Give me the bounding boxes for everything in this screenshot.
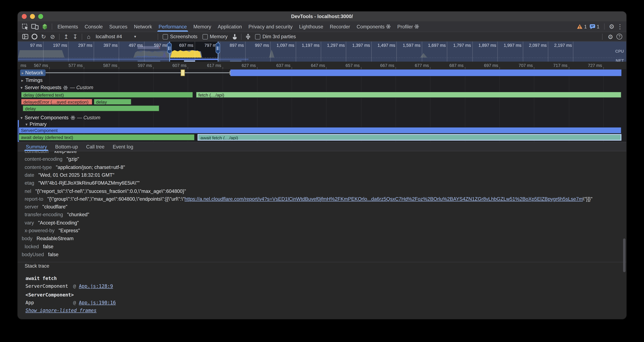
close-button[interactable] [22, 14, 26, 19]
overview-gridline [548, 42, 548, 62]
tab-application[interactable]: Application [214, 22, 245, 32]
ruler-tick-label: 607 ms [163, 63, 186, 68]
reload-record-icon[interactable]: ↻ [39, 33, 48, 41]
screenshots-checkbox[interactable] [162, 34, 168, 39]
scrollbar-thumb[interactable] [623, 238, 626, 272]
overview-tick-label: 1,797 ms [448, 43, 471, 48]
screenshots-label: Screenshots [170, 34, 198, 40]
track-timings[interactable]: ▸ Timings [22, 77, 43, 83]
inspect-icon[interactable] [20, 22, 30, 31]
tab-elements[interactable]: Elements [54, 22, 81, 32]
ruler-tick-mark [257, 67, 258, 69]
tab-summary[interactable]: Summary [22, 142, 51, 151]
group-primary[interactable]: ▾ Primary [26, 121, 46, 127]
overview-gridline [396, 42, 397, 62]
screenshots-toggle[interactable]: Screenshots [162, 34, 198, 40]
event-bar-selected-await-fetch-api-[interactable]: await fetch (…/api) [198, 134, 622, 141]
collapse-tracks-icon[interactable] [244, 33, 252, 41]
network-request-marker[interactable] [181, 70, 185, 76]
settings-gear-icon[interactable]: ⚙ [609, 24, 614, 30]
tab-recorder[interactable]: Recorder [326, 22, 353, 32]
tab-network[interactable]: Network [130, 22, 155, 32]
network-request-bar[interactable] [230, 70, 621, 76]
divider [82, 34, 82, 40]
memory-toggle[interactable]: Memory [202, 34, 228, 40]
timeline-overview[interactable]: 97 ms197 ms297 ms397 ms497 ms597 ms697 m… [18, 42, 626, 62]
react-atom-icon [64, 85, 68, 90]
event-bar-await-delay-deferred-text-[interactable]: await delay (deferred text) [18, 134, 195, 141]
kebab-menu-icon[interactable]: ⋮ [617, 24, 623, 30]
overview-tick-label: 1,497 ms [372, 43, 395, 48]
memory-checkbox[interactable] [202, 34, 208, 39]
track-server-components[interactable]: ▾ Server Components — Custom [20, 115, 100, 120]
overview-gridline [194, 42, 195, 62]
garbage-collect-icon[interactable] [230, 33, 239, 41]
tab-profiler[interactable]: Profiler [394, 22, 422, 32]
message-icon [589, 24, 596, 29]
record-button[interactable] [30, 33, 39, 41]
panel-tabs: ElementsConsoleSourcesNetworkPerformance… [54, 22, 422, 32]
property-row-etag: etag"W/\"4b1-RjEJloX9kRinu6F0MAZMmy6E5iA… [25, 179, 140, 187]
save-profile-icon[interactable]: ↧ [71, 33, 80, 41]
selection-handle-right[interactable] [216, 43, 220, 54]
device-toolbar-icon[interactable] [30, 22, 40, 31]
capture-settings-gear-icon[interactable]: ⚙ [608, 34, 613, 40]
event-bar-fetch-api-[interactable]: fetch (…/api) [196, 92, 621, 98]
history-select[interactable]: localhost #4 ▼ [93, 34, 156, 40]
overview-gridline [119, 42, 119, 62]
ruler-tick-label: 597 ms [128, 63, 152, 68]
tab-memory[interactable]: Memory [190, 22, 214, 32]
tab-bottom-up[interactable]: Bottom-up [51, 142, 82, 151]
ruler-tick-mark [326, 67, 327, 69]
tab-console[interactable]: Console [81, 22, 106, 32]
property-value: "application/json; charset=utf-8" [56, 164, 125, 170]
property-row-transfer-encoding: transfer-encoding"chunked" [25, 211, 89, 219]
warnings-badge[interactable]: 1 [577, 24, 587, 29]
dim-3rd-parties-toggle[interactable]: Dim 3rd parties [255, 34, 296, 40]
tab-privacy-and-security[interactable]: Privacy and security [245, 22, 296, 32]
tab-components[interactable]: Components [354, 22, 394, 32]
property-key: x-powered-by [25, 228, 54, 233]
overview-gridline [43, 42, 44, 62]
overview-gridline [296, 42, 296, 62]
report-to-link[interactable]: https://a.nel.cloudflare.com/report/v4?s… [184, 196, 583, 202]
show-ignore-listed-link[interactable]: Show ignore-listed frames [26, 307, 97, 313]
timeline-ruler[interactable]: ms 567 ms577 ms587 ms597 ms607 ms617 ms6… [18, 62, 626, 70]
home-icon[interactable]: ⌂ [84, 33, 93, 41]
event-bar-delay[interactable]: delay [23, 105, 160, 112]
overview-gridline [422, 42, 422, 62]
zoom-button[interactable] [38, 14, 43, 19]
clear-icon[interactable]: ⊘ [48, 33, 57, 41]
event-bar-delay-deferred-text-[interactable]: delay (deferred text) [21, 92, 193, 98]
dim-3rd-parties-checkbox[interactable] [255, 34, 260, 39]
tab-event-log[interactable]: Event log [108, 142, 138, 151]
source-location-link[interactable]: App.js:190:16 [79, 300, 116, 305]
source-location-link[interactable]: App.js:128:9 [79, 283, 113, 289]
tab-performance[interactable]: Performance [155, 22, 190, 32]
event-bar-delay[interactable]: delay [94, 99, 131, 105]
selection-handle-left[interactable] [167, 43, 172, 54]
tab-lighthouse[interactable]: Lighthouse [296, 22, 326, 32]
stack-frame: ServerComponent@App.js:128:9 [26, 283, 68, 289]
property-row-bodyused: bodyUsedfalse [22, 251, 58, 258]
stack-frame: <ServerComponent> [26, 292, 74, 297]
summary-details[interactable]: connection"keep-alive"content-encoding"g… [18, 151, 626, 262]
overview-tick-label: 1,997 ms [498, 43, 521, 48]
toggle-sidebar-icon[interactable] [21, 33, 30, 41]
load-profile-icon[interactable]: ↥ [62, 33, 71, 41]
tab-sources[interactable]: Sources [106, 22, 131, 32]
overview-tick-label: 2,197 ms [549, 43, 572, 48]
extension-icon[interactable] [40, 22, 50, 31]
track-server-requests[interactable]: ▾ Server Requests — Custom [20, 85, 93, 90]
property-row-report-to: report-to"{\"group\":\"cf-nel\",\"max_ag… [25, 195, 592, 203]
ruler-tick-label: 727 ms [578, 63, 602, 68]
event-bar-delayederror-ayed-exception-[interactable]: delayedError (…ayed exception) [21, 99, 92, 105]
help-icon[interactable]: ? [616, 34, 622, 40]
event-bar-servercomponent[interactable]: ServerComponent [18, 127, 622, 134]
divider [604, 24, 604, 30]
issues-badge[interactable]: 1 [589, 24, 600, 29]
tab-call-tree[interactable]: Call tree [82, 142, 109, 151]
flame-chart[interactable]: ▸ Network ▸ Timings ▾ Server Requests — … [18, 69, 626, 142]
minimize-button[interactable] [30, 14, 35, 19]
track-network[interactable]: ▸ Network [20, 70, 46, 76]
